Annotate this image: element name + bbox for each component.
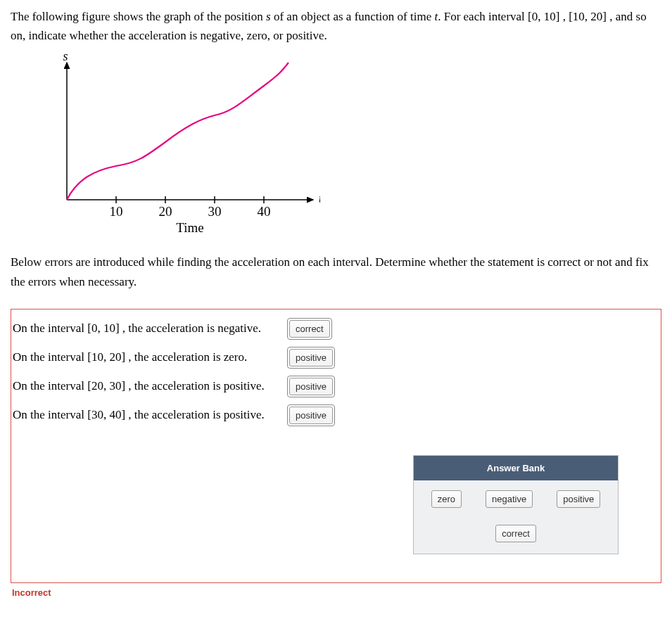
statement-row-1: On the interval [0, 10] , the accelerati… [13,318,658,340]
bank-chip-negative[interactable]: negative [486,490,533,508]
drop-slot-4[interactable]: positive [287,404,335,426]
chip-answer-4[interactable]: positive [289,407,333,424]
feedback-label: Incorrect [12,587,661,598]
x-axis-label: Time [176,220,203,235]
q-sep: , [559,10,569,23]
drop-slot-2[interactable]: positive [287,347,335,369]
answer-bank: Answer Bank zero negative positive corre… [413,455,619,554]
statement-3: On the interval [20, 30] , the accelerat… [13,379,280,393]
answer-bank-header: Answer Bank [414,456,618,480]
bank-chip-zero[interactable]: zero [431,490,462,508]
q-prefix: The following figure shows the graph of … [11,10,266,23]
tick-20: 20 [159,204,172,219]
position-graph: 10 20 30 40 s t Time [39,52,661,238]
interval-2: [10, 20] [569,10,607,23]
drop-slot-3[interactable]: positive [287,376,335,397]
statement-4: On the interval [30, 40] , the accelerat… [13,408,280,422]
tick-40: 40 [258,204,271,219]
chip-answer-3[interactable]: positive [289,378,333,395]
instructions-text: Below errors are introduced while findin… [11,253,661,291]
statement-1: On the interval [0, 10] , the accelerati… [13,321,280,336]
statement-2: On the interval [10, 20] , the accelerat… [13,350,280,364]
bank-chip-correct[interactable]: correct [495,525,536,542]
position-curve [67,63,289,200]
answer-area: On the interval [0, 10] , the accelerati… [11,309,661,583]
bank-chip-positive[interactable]: positive [557,490,600,508]
statement-row-3: On the interval [20, 30] , the accelerat… [13,376,658,397]
q-mid1: of an object as a function of time [271,10,435,23]
y-axis-label: s [63,52,68,63]
interval-1: [0, 10] [528,10,559,23]
chip-answer-2[interactable]: positive [289,349,333,366]
t-symbol: t [319,191,320,205]
answer-bank-body[interactable]: zero negative positive correct [414,480,618,554]
chip-answer-1[interactable]: correct [289,320,330,338]
tick-10: 10 [110,204,123,219]
statement-row-2: On the interval [10, 20] , the accelerat… [13,347,658,369]
var-s: s [266,10,271,23]
drop-slot-1[interactable]: correct [287,318,332,340]
tick-30: 30 [208,204,222,219]
statement-row-4: On the interval [30, 40] , the accelerat… [13,404,658,426]
question-text: The following figure shows the graph of … [11,7,661,45]
q-mid2: . For each interval [438,10,528,23]
